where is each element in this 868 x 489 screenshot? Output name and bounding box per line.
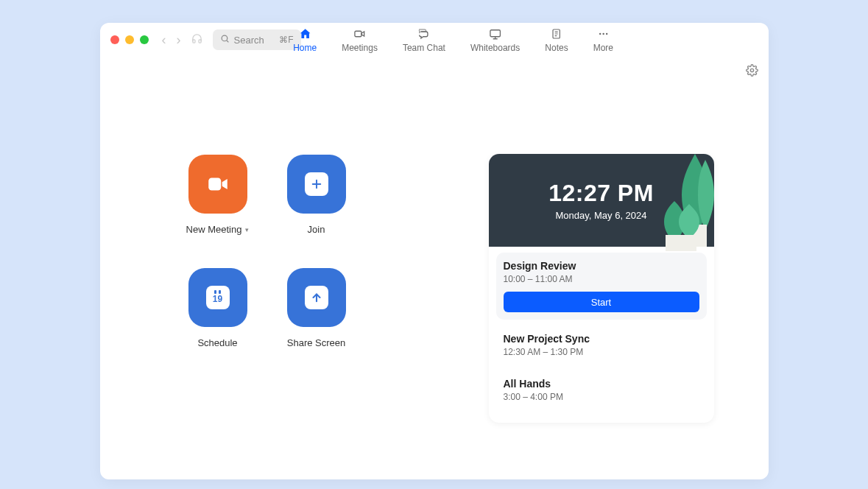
share-screen-action: Share Screen [287, 268, 346, 381]
new-meeting-label: New Meeting [186, 224, 242, 235]
start-meeting-button[interactable]: Start [504, 292, 699, 312]
tab-home[interactable]: Home [293, 27, 317, 53]
tab-meetings[interactable]: Meetings [342, 27, 378, 53]
content-area: New Meeting ▾ Join [100, 57, 769, 479]
more-icon [596, 27, 610, 41]
tab-team-chat[interactable]: Team Chat [403, 27, 445, 53]
chevron-down-icon: ▾ [245, 226, 249, 233]
chat-icon [417, 27, 431, 41]
whiteboard-icon [489, 27, 502, 41]
tab-meetings-label: Meetings [342, 43, 378, 53]
app-window: ‹ › Search ⌘F Home Meetings Team Ch [100, 23, 769, 479]
actions-panel: New Meeting ▾ Join [100, 57, 434, 479]
event-item[interactable]: New Project Sync 12:30 AM – 1:30 PM [496, 326, 707, 365]
new-meeting-button[interactable] [188, 155, 247, 214]
calendar-day: 19 [213, 294, 222, 304]
main-tabs: Home Meetings Team Chat Whiteboards Note… [293, 23, 613, 57]
svg-rect-2 [355, 31, 361, 37]
event-title: All Hands [504, 378, 699, 390]
notes-icon [551, 27, 562, 41]
schedule-button[interactable]: 19 [188, 268, 247, 327]
search-input[interactable]: Search ⌘F [213, 29, 301, 50]
new-meeting-label-row[interactable]: New Meeting ▾ [186, 224, 250, 235]
schedule-label: Schedule [197, 337, 237, 348]
event-time: 3:00 – 4:00 PM [504, 392, 699, 402]
calendar-panel-container: 12:27 PM Monday, May 6, 2024 Design Revi… [434, 57, 769, 479]
svg-rect-3 [490, 29, 501, 36]
svg-line-1 [226, 41, 227, 42]
tab-home-label: Home [293, 43, 317, 53]
svg-point-9 [602, 32, 604, 34]
join-label: Join [308, 224, 325, 235]
fullscreen-window-button[interactable] [140, 35, 149, 44]
svg-rect-17 [666, 235, 696, 251]
calendar-icon: 19 [206, 286, 230, 309]
tab-whiteboards[interactable]: Whiteboards [470, 27, 520, 53]
tab-whiteboards-label: Whiteboards [470, 43, 520, 53]
svg-point-10 [606, 32, 607, 34]
svg-point-8 [599, 32, 601, 34]
nav-forward-button[interactable]: › [177, 32, 181, 48]
tab-more-label: More [593, 43, 613, 53]
video-icon [353, 27, 367, 41]
share-screen-button[interactable] [287, 268, 346, 327]
search-placeholder: Search [234, 35, 264, 46]
svg-point-11 [750, 68, 753, 71]
event-list: Design Review 10:00 – 11:00 AM Start New… [489, 247, 714, 423]
svg-rect-12 [208, 178, 221, 191]
tab-team-chat-label: Team Chat [403, 43, 445, 53]
arrow-up-icon [305, 286, 328, 309]
close-window-button[interactable] [110, 35, 119, 44]
svg-point-0 [222, 35, 227, 41]
nav-arrows: ‹ › [162, 32, 181, 48]
clock-date: Monday, May 6, 2024 [555, 210, 646, 221]
join-button[interactable] [287, 155, 346, 214]
event-item[interactable]: All Hands 3:00 – 4:00 PM [496, 370, 707, 409]
event-time: 10:00 – 11:00 AM [504, 274, 699, 284]
nav-back-button[interactable]: ‹ [162, 32, 166, 48]
tab-notes-label: Notes [545, 43, 568, 53]
search-icon [220, 34, 230, 46]
tab-notes[interactable]: Notes [545, 27, 568, 53]
clock-hero: 12:27 PM Monday, May 6, 2024 [489, 154, 714, 247]
plant-decoration-2 [661, 201, 704, 251]
share-screen-label: Share Screen [287, 337, 346, 348]
tab-more[interactable]: More [593, 27, 613, 53]
window-controls [110, 35, 149, 44]
event-title: New Project Sync [504, 333, 699, 345]
search-shortcut: ⌘F [279, 35, 293, 45]
minimize-window-button[interactable] [125, 35, 134, 44]
event-title: Design Review [504, 260, 699, 272]
titlebar: ‹ › Search ⌘F Home Meetings Team Ch [100, 23, 769, 57]
headset-icon[interactable] [191, 33, 202, 46]
plus-icon [305, 172, 328, 196]
clock-time: 12:27 PM [548, 180, 654, 207]
home-icon [298, 27, 311, 41]
calendar-panel: 12:27 PM Monday, May 6, 2024 Design Revi… [489, 154, 714, 423]
new-meeting-action: New Meeting ▾ [186, 155, 250, 268]
settings-button[interactable] [746, 64, 758, 80]
join-action: Join [287, 155, 346, 268]
event-item-upcoming[interactable]: Design Review 10:00 – 11:00 AM Start [496, 253, 707, 320]
event-time: 12:30 AM – 1:30 PM [504, 347, 699, 357]
schedule-action: 19 Schedule [188, 268, 247, 381]
